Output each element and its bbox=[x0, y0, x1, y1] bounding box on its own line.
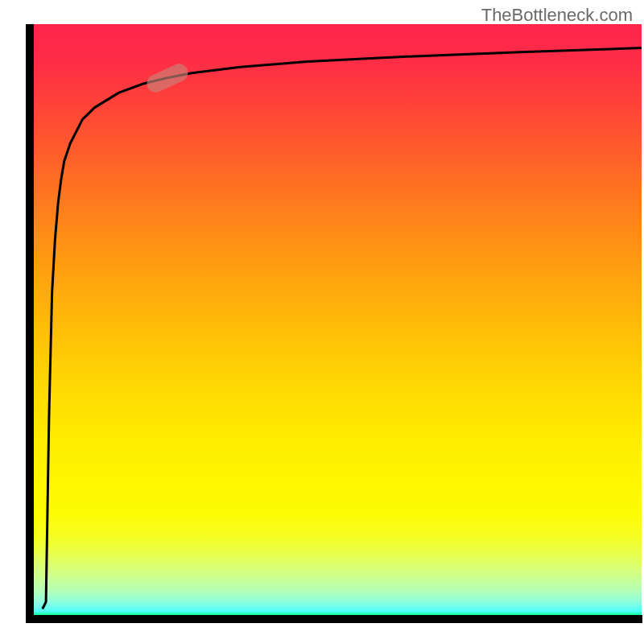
chart-container: TheBottleneck.com bbox=[0, 0, 644, 644]
y-axis bbox=[26, 24, 34, 620]
curve-svg bbox=[34, 24, 642, 620]
watermark-text: TheBottleneck.com bbox=[481, 5, 633, 26]
curve-line bbox=[43, 48, 642, 609]
plot-area bbox=[34, 24, 642, 620]
